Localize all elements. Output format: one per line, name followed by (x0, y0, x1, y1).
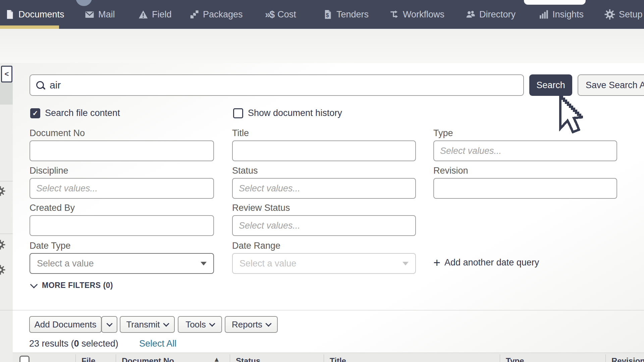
search-input[interactable] (49, 79, 517, 91)
add-date-query-label: Add another date query (444, 257, 539, 268)
chevron-down-icon (106, 320, 112, 326)
gear-icon[interactable] (0, 265, 5, 276)
title-field[interactable] (232, 140, 416, 161)
tab-label: Setup (619, 9, 643, 20)
button-label: Add Documents (35, 319, 97, 330)
sidebar-collapse-button[interactable]: < (1, 66, 12, 82)
insights-icon (539, 9, 549, 19)
tab-label: Tenders (336, 9, 369, 20)
checkbox-label: Search file content (45, 108, 120, 118)
selected-count: 0 (74, 339, 79, 349)
date-range-dropdown: Select a value (232, 253, 416, 274)
tab-workflows[interactable]: Workflows (389, 0, 444, 29)
sidebar-selected-item[interactable] (0, 82, 13, 105)
show-document-history-checkbox[interactable] (233, 108, 243, 118)
column-header-type[interactable]: Type (506, 356, 524, 362)
checkbox-label: Show document history (248, 108, 342, 118)
document-no-field[interactable] (30, 140, 214, 161)
add-date-query-link[interactable]: + Add another date query (433, 257, 539, 268)
chevron-down-icon (30, 281, 38, 288)
tab-directory[interactable]: Directory (466, 0, 516, 29)
add-documents-button[interactable]: Add Documents (29, 316, 102, 333)
tab-tenders[interactable]: $ Tenders (323, 0, 369, 29)
more-filters-toggle[interactable]: MORE FILTERS (0) (31, 281, 113, 290)
show-document-history-option[interactable]: Show document history (233, 108, 342, 118)
button-label: Reports (232, 319, 262, 330)
chevron-down-icon (402, 262, 409, 265)
column-divider (116, 354, 116, 362)
column-divider (500, 354, 500, 362)
column-header-file[interactable]: File (82, 356, 95, 362)
results-suffix-text: selected) (79, 339, 118, 349)
app-window: Documents Mail Field Packages »$ Cost (0, 0, 644, 362)
search-button[interactable]: Search (529, 74, 572, 96)
active-tab-underline (0, 25, 59, 29)
document-search-box[interactable] (30, 74, 524, 96)
field-label-type: Type (433, 128, 453, 138)
svg-text:$: $ (326, 12, 329, 18)
field-label-status: Status (232, 166, 258, 176)
tab-label: Documents (18, 9, 64, 20)
select-all-checkbox[interactable] (19, 356, 30, 362)
gear-icon[interactable] (0, 186, 5, 197)
tab-cost[interactable]: »$ Cost (265, 0, 296, 29)
status-field[interactable] (232, 178, 416, 199)
field-icon (138, 9, 148, 19)
tab-label: Field (152, 9, 172, 20)
select-all-link[interactable]: Select All (139, 339, 176, 349)
date-type-dropdown[interactable]: Select a value (30, 253, 214, 274)
field-label-discipline: Discipline (30, 166, 68, 176)
type-field[interactable] (433, 140, 617, 161)
sidebar-divider (0, 234, 13, 234)
cost-icon: »$ (265, 9, 274, 20)
plus-icon: + (433, 258, 440, 268)
tools-button[interactable]: Tools (178, 316, 222, 333)
column-divider (75, 354, 76, 362)
search-icon (36, 81, 44, 89)
tab-field[interactable]: Field (138, 0, 172, 29)
add-documents-dropdown-button[interactable] (101, 316, 117, 333)
chevron-down-icon (163, 320, 169, 326)
chevron-down-icon (209, 320, 215, 326)
tab-documents[interactable]: Documents (5, 0, 64, 29)
gear-icon[interactable] (0, 240, 5, 251)
directory-icon (466, 9, 476, 19)
search-file-content-option[interactable]: Search file content (30, 108, 120, 118)
tab-label: Insights (552, 9, 584, 20)
tab-packages[interactable]: Packages (189, 0, 243, 29)
created-by-field[interactable] (30, 215, 214, 236)
results-table-header: File Document No ▲ Status Title Type Rev… (13, 353, 644, 362)
sort-ascending-icon[interactable]: ▲ (213, 356, 220, 362)
column-header-status[interactable]: Status (236, 356, 260, 362)
column-header-title[interactable]: Title (330, 356, 346, 362)
results-summary: 23 results (0 selected) (29, 339, 118, 349)
field-label-date-type: Date Type (30, 241, 71, 251)
tab-label: Mail (98, 9, 115, 20)
button-label: Transmit (126, 319, 160, 330)
column-divider (605, 354, 606, 362)
save-search-as-button[interactable]: Save Search As... (578, 74, 644, 96)
column-divider (230, 354, 230, 362)
search-file-content-checkbox[interactable] (30, 108, 40, 118)
column-divider (324, 354, 324, 362)
reports-button[interactable]: Reports (225, 316, 278, 333)
revision-field[interactable] (433, 178, 617, 199)
date-range-placeholder: Select a value (239, 258, 297, 269)
top-navbar: Documents Mail Field Packages »$ Cost (0, 0, 644, 29)
document-icon (5, 9, 15, 19)
tab-setup[interactable]: Setup (604, 0, 643, 29)
tab-insights[interactable]: Insights (539, 0, 584, 29)
section-divider (0, 310, 644, 310)
transmit-button[interactable]: Transmit (120, 316, 175, 333)
column-header-revision[interactable]: Revision (611, 356, 644, 362)
column-header-document-no[interactable]: Document No (122, 356, 174, 362)
mouse-cursor (559, 95, 585, 137)
tab-mail[interactable]: Mail (85, 0, 115, 29)
workflows-icon (389, 9, 399, 19)
collapsed-sidebar: < (0, 63, 13, 362)
discipline-field[interactable] (30, 178, 214, 199)
date-type-placeholder: Select a value (37, 258, 94, 269)
results-count-text: 23 results ( (29, 339, 74, 349)
field-label-date-range: Date Range (232, 241, 280, 251)
review-status-field[interactable] (232, 215, 416, 236)
